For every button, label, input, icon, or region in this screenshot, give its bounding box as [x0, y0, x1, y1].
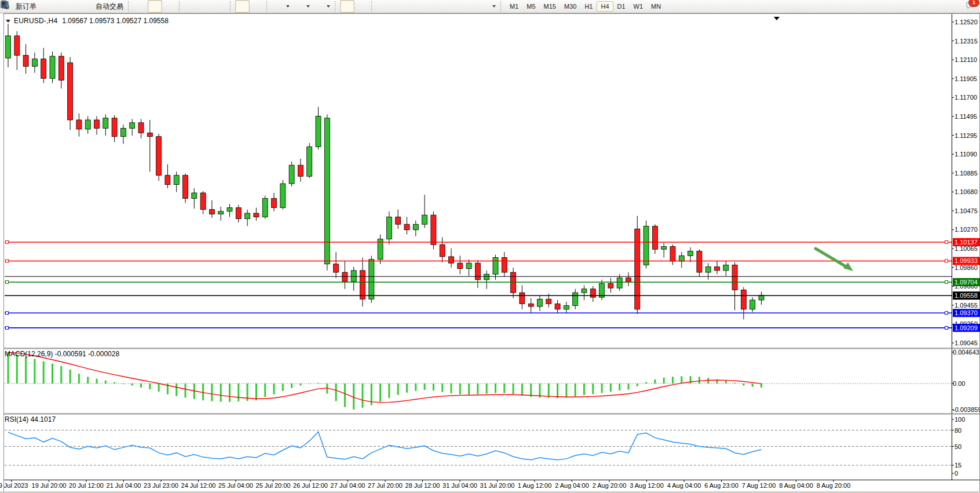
chart-shift-button[interactable] — [250, 0, 264, 13]
arrows-tool-icon — [480, 2, 490, 12]
svg-text:3 Aug 12:00: 3 Aug 12:00 — [630, 482, 664, 489]
timeframe-m15[interactable]: M15 — [540, 1, 560, 12]
trendline-button[interactable] — [405, 0, 420, 13]
chart-window[interactable]: 1.125201.123151.121101.119051.117001.114… — [0, 13, 980, 493]
svg-text:1.11090: 1.11090 — [955, 151, 977, 158]
zoom-out-button[interactable] — [199, 0, 213, 13]
toolbar-separator — [335, 1, 338, 12]
hline-1.09370[interactable]: 1.09370 — [5, 309, 980, 317]
channel-button[interactable]: E — [420, 0, 434, 13]
svg-text:1.10137: 1.10137 — [955, 239, 978, 246]
svg-text:23 Jul 23:00: 23 Jul 23:00 — [144, 482, 178, 489]
chat-button[interactable]: 1 — [966, 1, 975, 13]
templates-dropdown[interactable] — [312, 0, 332, 13]
svg-text:100: 100 — [955, 416, 965, 423]
autotrade-button[interactable]: 自动交易 — [82, 0, 126, 13]
periods-dropdown[interactable] — [292, 0, 312, 13]
zoom-in-button[interactable] — [184, 0, 199, 13]
toolbar-separator — [371, 1, 374, 12]
crosshair-icon — [357, 2, 367, 12]
toolbar-separator — [266, 1, 269, 12]
chart-bars-button[interactable] — [133, 0, 148, 13]
dropdown-caret-icon — [306, 5, 310, 8]
toolbar-separator — [230, 1, 233, 12]
rsi-panel[interactable]: 1008050150 — [5, 416, 965, 477]
svg-text:50: 50 — [955, 443, 961, 450]
timeframe-h1[interactable]: H1 — [580, 1, 597, 12]
svg-text:4 Aug 04:00: 4 Aug 04:00 — [667, 482, 701, 489]
chart-candles-button[interactable] — [148, 0, 162, 13]
trend-arrow-annotation[interactable] — [816, 249, 853, 271]
svg-text:1.09704: 1.09704 — [955, 279, 978, 286]
chart-canvas[interactable]: 1.125201.123151.121101.119051.117001.114… — [0, 13, 980, 493]
svg-text:24 Jul 12:00: 24 Jul 12:00 — [181, 482, 216, 489]
cursor-button[interactable] — [340, 0, 354, 13]
svg-text:1.10885: 1.10885 — [955, 170, 978, 177]
indicators-dropdown[interactable] — [272, 0, 292, 13]
horizontal-line-icon — [393, 2, 403, 12]
text-button[interactable]: A — [449, 0, 463, 13]
community-button[interactable] — [53, 0, 68, 13]
svg-text:80: 80 — [955, 427, 961, 434]
svg-text:1.11905: 1.11905 — [955, 75, 977, 82]
svg-text:1.09370: 1.09370 — [955, 309, 978, 316]
horizontal-line-button[interactable] — [391, 0, 405, 13]
arrows-dropdown[interactable] — [478, 0, 498, 13]
toolbar-separator — [128, 1, 131, 12]
tile-windows-icon — [215, 2, 225, 12]
chart-shift-icon — [252, 2, 262, 12]
notification-badge: 1 — [968, 0, 979, 7]
zoom-out-icon — [201, 2, 211, 12]
macd-label: MACD(12,26,9) -0.000591 -0.000028 — [5, 350, 119, 358]
svg-text:1.09558: 1.09558 — [955, 292, 978, 299]
fibonacci-icon: F — [437, 2, 447, 12]
time-axis[interactable]: 19 Jul 202319 Jul 20:0020 Jul 12:0021 Ju… — [0, 480, 850, 490]
svg-text:1.10680: 1.10680 — [955, 188, 978, 195]
community-icon — [56, 2, 65, 12]
macd-panel[interactable]: 0.0046430.00-0.003859 — [5, 349, 980, 413]
signals-button[interactable] — [68, 0, 82, 13]
svg-text:1.10270: 1.10270 — [955, 226, 978, 233]
hline-1.09209[interactable]: 1.09209 — [5, 324, 980, 332]
svg-text:7 Aug 12:00: 7 Aug 12:00 — [742, 482, 776, 489]
main-toolbar: 新订单 自动交易 E F A T M1M5M15M30H1H4D1W1MN 1 — [0, 0, 980, 13]
hline-1.09558[interactable]: 1.09558 — [5, 291, 980, 300]
hline-1.09704[interactable]: 1.09704 — [5, 278, 980, 286]
hline-1.10137[interactable]: 1.10137 — [5, 238, 980, 246]
svg-text:1.12520: 1.12520 — [955, 19, 978, 25]
symbol-dropdown-icon[interactable] — [6, 20, 10, 23]
timeframe-d1[interactable]: D1 — [613, 1, 630, 12]
candlesticks[interactable] — [6, 24, 765, 319]
svg-text:15: 15 — [955, 462, 961, 469]
channel-icon: E — [422, 2, 432, 12]
svg-text:25 Jul 04:00: 25 Jul 04:00 — [218, 482, 253, 489]
text-icon: A — [451, 2, 461, 12]
fibonacci-button[interactable]: F — [434, 0, 449, 13]
chart-line-button[interactable] — [162, 0, 177, 13]
svg-text:2 Aug 20:00: 2 Aug 20:00 — [593, 482, 627, 489]
timeframe-w1[interactable]: W1 — [630, 1, 648, 12]
timeframe-m30[interactable]: M30 — [560, 1, 580, 12]
tile-windows-button[interactable] — [213, 0, 228, 13]
chart-shift-marker[interactable] — [774, 17, 780, 20]
svg-text:2 Aug 04:00: 2 Aug 04:00 — [555, 482, 589, 489]
line-chart-icon — [164, 2, 174, 12]
timeframe-mn[interactable]: MN — [647, 1, 665, 12]
autotrade-icon — [85, 2, 94, 12]
autotrade-label: 自动交易 — [96, 2, 123, 12]
text-label-icon: T — [466, 2, 476, 12]
dropdown-caret-icon — [492, 5, 496, 8]
svg-text:1.09209: 1.09209 — [955, 324, 978, 331]
timeframe-h4[interactable]: H4 — [597, 1, 613, 12]
svg-text:27 Jul 04:00: 27 Jul 04:00 — [331, 482, 365, 489]
market-button[interactable] — [39, 0, 53, 13]
autoscroll-button[interactable] — [235, 0, 250, 13]
text-label-button[interactable]: T — [463, 0, 478, 13]
svg-text:1.11295: 1.11295 — [955, 132, 977, 139]
timeframe-m5[interactable]: M5 — [522, 1, 539, 12]
vertical-line-button[interactable] — [376, 0, 391, 13]
crosshair-button[interactable] — [354, 0, 369, 13]
search-icon[interactable] — [951, 2, 961, 12]
svg-text:19 Jul 2023: 19 Jul 2023 — [0, 482, 28, 489]
timeframe-m1[interactable]: M1 — [506, 1, 522, 12]
